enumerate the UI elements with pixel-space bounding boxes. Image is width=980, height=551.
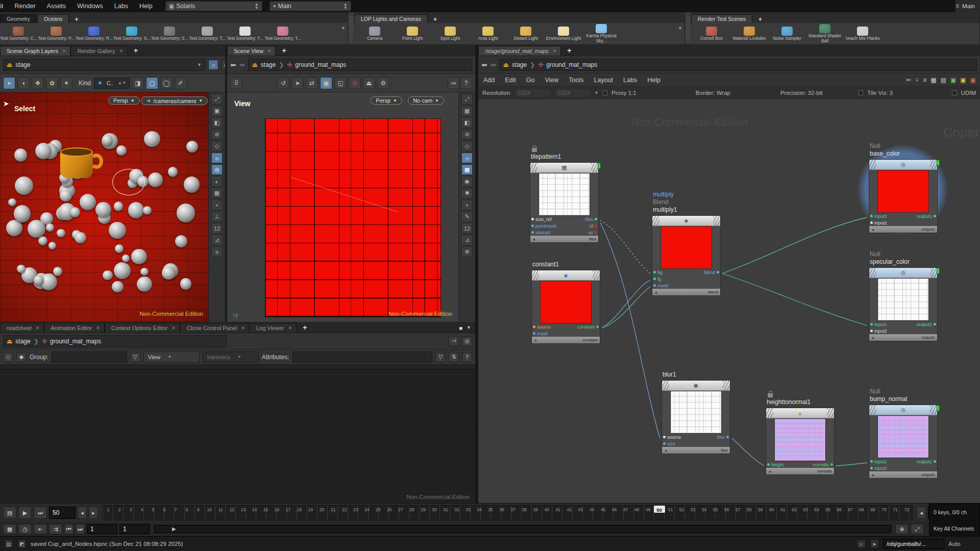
- pen-icon[interactable]: ✎: [461, 211, 473, 222]
- range-limit-icon[interactable]: ⇤: [34, 524, 47, 534]
- frame-tick[interactable]: 18: [294, 506, 305, 512]
- message-log-icon[interactable]: ▤: [4, 539, 13, 548]
- select-tool-icon[interactable]: ➤: [3, 77, 15, 89]
- frame-tick[interactable]: 23: [350, 506, 361, 512]
- output-port-dot[interactable]: [595, 224, 597, 227]
- frame-tick[interactable]: 65: [822, 506, 834, 512]
- proxy-checkbox[interactable]: [603, 90, 607, 95]
- inspect-icon[interactable]: ◱: [334, 77, 347, 89]
- shelf-tab-render-test-scenes[interactable]: Render Test Scenes: [691, 14, 752, 23]
- twelve-icon[interactable]: 12: [211, 223, 223, 234]
- no-preview-icon[interactable]: ⊖: [349, 77, 361, 89]
- angle-icon[interactable]: ⊿: [211, 235, 223, 245]
- camera-pill[interactable]: ➜ /cameras/camera1▼: [141, 96, 208, 105]
- no-lights-icon[interactable]: ⊘: [211, 129, 223, 140]
- input-port[interactable]: source: [663, 435, 681, 440]
- input-port-dot[interactable]: [533, 325, 535, 328]
- breadcrumb[interactable]: ⏏ stage ❯ ✣ ground_mat_maps: [248, 59, 472, 71]
- frame-tick[interactable]: 49: [643, 506, 654, 512]
- point-mode-icon[interactable]: ◇: [3, 352, 13, 362]
- output-port[interactable]: constant: [577, 324, 599, 330]
- frame-tick[interactable]: 25: [373, 506, 384, 512]
- output-port[interactable]: normals: [813, 462, 833, 467]
- view-dolly-icon[interactable]: ⇄: [306, 77, 318, 89]
- frame-tick[interactable]: 55: [710, 506, 721, 512]
- frame-tick[interactable]: 21: [328, 506, 339, 512]
- step-fwd-icon[interactable]: ⏭: [76, 524, 85, 534]
- back-icon[interactable]: ⬅: [481, 61, 487, 69]
- magnet-snap-icon[interactable]: ∪: [856, 539, 866, 548]
- prim-mode-icon[interactable]: ◆: [16, 352, 27, 362]
- cursor-mode-icon[interactable]: ➤: [870, 539, 879, 548]
- input-port-dot[interactable]: [531, 218, 534, 220]
- display-flag[interactable]: [598, 163, 601, 169]
- input-port[interactable]: input1: [870, 214, 887, 219]
- frame-tick[interactable]: 37: [507, 506, 519, 512]
- frame-tick[interactable]: 60: [766, 506, 777, 512]
- menu-assets[interactable]: Assets: [41, 0, 72, 12]
- add-shelf-tab-button[interactable]: +: [69, 15, 84, 23]
- res-y-field[interactable]: 1024: [554, 88, 590, 97]
- dot-icon[interactable]: •: [461, 199, 473, 210]
- input-port[interactable]: bg: [653, 270, 663, 275]
- no-lights-icon[interactable]: ⊘: [461, 129, 473, 140]
- spinner-icon[interactable]: ▲▼: [344, 3, 348, 10]
- table-icon[interactable]: ▤: [941, 77, 946, 84]
- node-header[interactable]: ■: [532, 270, 600, 281]
- shelf-grip[interactable]: [349, 15, 353, 41]
- frame-tick[interactable]: 44: [586, 506, 597, 512]
- input-port[interactable]: size: [663, 441, 675, 446]
- input-port[interactable]: input2: [870, 220, 887, 226]
- input-port-dot[interactable]: [870, 323, 873, 325]
- step-back-icon[interactable]: ⏮: [64, 524, 74, 534]
- frame-tick[interactable]: 5: [148, 506, 159, 512]
- attributes-input[interactable]: [292, 352, 432, 363]
- pane-maximize-icon[interactable]: ■: [459, 325, 462, 331]
- shelf-tool[interactable]: Karma Physical Sky...: [583, 24, 620, 44]
- node-bump_normal[interactable]: Nullbump_normal◎input1output1input2▲outp…: [869, 405, 938, 479]
- key-all-channels-button[interactable]: Key All Channels: [929, 521, 980, 536]
- input-port-dot[interactable]: [870, 460, 873, 463]
- select-primitives-icon[interactable]: ✿: [46, 77, 58, 89]
- input-port[interactable]: size_ref: [531, 217, 552, 222]
- output-port[interactable]: output1: [917, 214, 936, 219]
- eye-icon[interactable]: ◉: [461, 176, 473, 187]
- node-body[interactable]: ◉sourceblursize▲blur: [662, 380, 730, 454]
- res-x-field[interactable]: 1024: [514, 88, 550, 97]
- spreadsheet-area[interactable]: Non-Commercial Edition: [0, 369, 475, 503]
- frame-tick[interactable]: 32: [451, 506, 462, 512]
- warning-icon[interactable]: ◩: [17, 539, 27, 548]
- back-icon[interactable]: ⬅: [230, 61, 236, 69]
- net-menu-add[interactable]: Add: [478, 74, 500, 86]
- shelf-tool[interactable]: Area Light: [470, 27, 506, 41]
- tab-render-gallery[interactable]: Render Gallery✕: [70, 46, 128, 56]
- frame-tick[interactable]: 4: [136, 506, 148, 512]
- input-port[interactable]: input1: [870, 322, 887, 327]
- node-multiply1[interactable]: multiplyBlendmultiply1◈bgblendfgmask▲ble…: [652, 215, 721, 296]
- zoom-icon[interactable]: ⊕: [461, 246, 473, 257]
- snapshot-icon[interactable]: ▣: [211, 106, 223, 116]
- select-instances-icon[interactable]: ✦: [60, 77, 72, 89]
- menu-edit[interactable]: Edit: [0, 0, 9, 12]
- frame-tick[interactable]: 52: [676, 506, 688, 512]
- frame-tick[interactable]: 63: [800, 506, 811, 512]
- shelf-tool[interactable]: Test Geometry: T...: [264, 27, 301, 41]
- scene-viewport[interactable]: Select ➤ Persp▼ ➜ /cameras/camera1▼ Non-…: [0, 92, 208, 322]
- input-port-dot[interactable]: [533, 332, 535, 335]
- net-menu-labs[interactable]: Labs: [618, 74, 642, 86]
- close-icon[interactable]: ✕: [172, 325, 176, 331]
- input-port-dot[interactable]: [767, 463, 770, 466]
- shelf-more-icon[interactable]: ▼: [678, 26, 682, 31]
- persp-pill[interactable]: Persp▼: [371, 96, 402, 105]
- shelf-tab-oceans[interactable]: Oceans: [37, 14, 69, 23]
- breadcrumb[interactable]: ⏏ stage ❯ ✣ ground_mat_maps: [499, 59, 977, 71]
- shelf-tool[interactable]: Noise Sampler: [769, 27, 805, 41]
- output-port[interactable]: tiles: [585, 217, 597, 222]
- input-port-dot[interactable]: [870, 467, 873, 469]
- timeline-ruler[interactable]: 1234567891011121314151617181920212223242…: [102, 505, 913, 520]
- headlight-icon[interactable]: ◇: [461, 141, 473, 152]
- frame-tick[interactable]: 33: [462, 506, 474, 512]
- headlight-icon[interactable]: ◇: [211, 141, 223, 152]
- input-port[interactable]: pointmask: [531, 223, 556, 229]
- expand-view-icon[interactable]: ⤢: [461, 94, 473, 105]
